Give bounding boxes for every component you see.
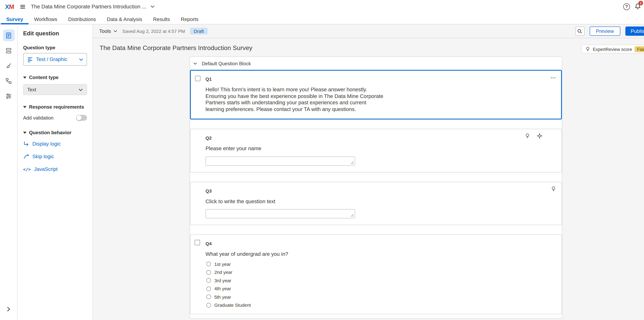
question-checkbox[interactable] <box>194 240 200 245</box>
question-type-select[interactable]: Text / Graphic <box>23 53 87 66</box>
radio-icon[interactable] <box>206 278 211 283</box>
chevron-down-icon[interactable] <box>150 5 155 8</box>
paintbrush-icon <box>5 62 12 69</box>
help-icon[interactable]: ? <box>623 3 630 10</box>
text-entry-input[interactable] <box>206 209 355 218</box>
xm-logo[interactable]: XM <box>5 3 14 10</box>
question-text[interactable]: Hello! This form's intent is to learn mo… <box>206 87 384 113</box>
rail-builder-button[interactable] <box>3 29 14 41</box>
choice-option[interactable]: Graduate Student <box>206 302 556 307</box>
response-requirements-section-header[interactable]: Response requirements <box>23 104 87 109</box>
app-root: XM The Data Mine Corporate Partners Intr… <box>0 0 644 320</box>
tab-workflows[interactable]: Workflows <box>28 13 63 24</box>
javascript-link[interactable]: </> JavaScript <box>23 166 87 172</box>
choice-option[interactable]: 5th year <box>206 294 556 299</box>
survey-flow-icon <box>5 47 12 54</box>
tab-survey[interactable]: Survey <box>1 13 28 24</box>
chevron-right-icon <box>7 307 10 312</box>
toggle-knob <box>76 115 82 120</box>
skip-logic-label: Skip logic <box>32 154 54 159</box>
question-text[interactable]: What year of undergrad are you in? <box>206 251 384 258</box>
question-card-q2[interactable]: Q2 Please enter your name <box>190 129 562 172</box>
logo-x: X <box>5 3 9 10</box>
choice-label: 4th year <box>214 286 231 291</box>
caret-down-icon <box>23 132 26 134</box>
tab-distributions[interactable]: Distributions <box>63 13 101 24</box>
block-title: Default Question Block <box>202 61 251 66</box>
question-card-q4[interactable]: Q4 What year of undergrad are you in? 1s… <box>190 234 562 314</box>
block-collapse-caret-icon[interactable] <box>192 62 197 65</box>
skip-logic-icon <box>23 154 29 159</box>
skip-logic-link[interactable]: Skip logic <box>23 154 87 159</box>
radio-icon[interactable] <box>206 286 211 291</box>
choice-option[interactable]: 3rd year <box>206 278 556 283</box>
main-area: Tools Saved Aug 2, 2022 at 4:57 PM Draft… <box>93 24 644 320</box>
rail-survey-options-button[interactable] <box>3 75 14 87</box>
expand-panel-button[interactable] <box>3 303 14 315</box>
help-glyph: ? <box>625 4 628 9</box>
tools-label: Tools <box>99 28 111 34</box>
tab-results[interactable]: Results <box>148 13 175 24</box>
radio-icon[interactable] <box>206 294 211 299</box>
tab-data-analysis[interactable]: Data & Analysis <box>101 13 148 24</box>
question-menu-button[interactable] <box>550 75 556 81</box>
saved-status-text: Saved Aug 2, 2022 at 4:57 PM <box>122 29 185 34</box>
content-type-section-header[interactable]: Content type <box>23 75 87 80</box>
builder-icon <box>5 32 12 39</box>
document-title[interactable]: The Data Mine Corporate Partners Introdu… <box>31 4 146 10</box>
add-validation-toggle[interactable] <box>76 115 87 121</box>
content-type-select[interactable]: Text <box>23 84 87 95</box>
question-card-q3[interactable]: Q3 Click to write the question text <box>190 182 562 225</box>
expert-review-score-badge: Fair <box>634 46 644 52</box>
rail-look-feel-button[interactable] <box>3 60 14 71</box>
text-entry-input[interactable] <box>206 156 355 166</box>
radio-icon[interactable] <box>206 303 211 307</box>
choice-option[interactable]: 4th year <box>206 286 556 291</box>
question-type-label: Question type <box>23 45 87 50</box>
notifications-button[interactable]: 1 <box>634 3 641 10</box>
radio-icon[interactable] <box>206 270 211 274</box>
choice-label: 2nd year <box>214 270 232 275</box>
radio-icon[interactable] <box>206 262 211 266</box>
choice-option[interactable]: 1st year <box>206 261 556 266</box>
question-block-wrap: Default Question Block Q1 Hello! This fo… <box>190 56 562 320</box>
survey-title: The Data Mine Corporate Partners Introdu… <box>100 44 644 51</box>
suggestion-button[interactable] <box>550 186 556 192</box>
body-row: Edit question Question type Text / Graph… <box>0 24 644 320</box>
menu-button[interactable] <box>18 2 27 11</box>
search-button[interactable] <box>575 27 584 36</box>
edit-question-panel: Edit question Question type Text / Graph… <box>18 24 93 320</box>
question-card-q1[interactable]: Q1 Hello! This form's intent is to learn… <box>190 70 562 120</box>
question-checkbox[interactable] <box>195 76 200 81</box>
publish-button[interactable]: Publish <box>625 27 644 36</box>
tools-button[interactable]: Tools <box>99 28 117 34</box>
logo-m: M <box>9 3 14 10</box>
question-text[interactable]: Please enter your name <box>206 146 384 152</box>
enhance-button[interactable] <box>537 133 543 139</box>
question-behavior-section-header[interactable]: Question behavior <box>23 130 87 135</box>
question-id: Q2 <box>206 136 212 141</box>
choice-label: 5th year <box>214 294 231 299</box>
choice-label: 1st year <box>214 261 231 266</box>
question-behavior-label: Question behavior <box>29 130 71 135</box>
resize-handle-icon[interactable] <box>350 161 354 164</box>
display-logic-link[interactable]: Display logic <box>23 141 87 147</box>
rail-survey-flow-button[interactable] <box>3 45 14 56</box>
rail-translations-button[interactable] <box>3 90 14 102</box>
content-type-label: Content type <box>29 75 58 80</box>
sparkle-icon <box>537 133 543 139</box>
question-id: Q4 <box>206 241 212 246</box>
question-suggestion-icons <box>550 186 556 192</box>
lightbulb-icon <box>550 186 556 192</box>
question-text[interactable]: Click to write the question text <box>206 198 384 205</box>
choice-option[interactable]: 2nd year <box>206 270 556 275</box>
preview-button[interactable]: Preview <box>590 27 620 36</box>
javascript-icon: </> <box>23 167 31 171</box>
suggestion-button[interactable] <box>524 133 530 139</box>
display-logic-label: Display logic <box>32 141 61 147</box>
tab-reports[interactable]: Reports <box>175 13 204 24</box>
question-id: Q1 <box>206 77 212 82</box>
expert-review-pill[interactable]: ExpertReview score Fair <box>581 45 644 54</box>
ellipsis-icon <box>550 75 556 81</box>
resize-handle-icon[interactable] <box>350 214 354 217</box>
